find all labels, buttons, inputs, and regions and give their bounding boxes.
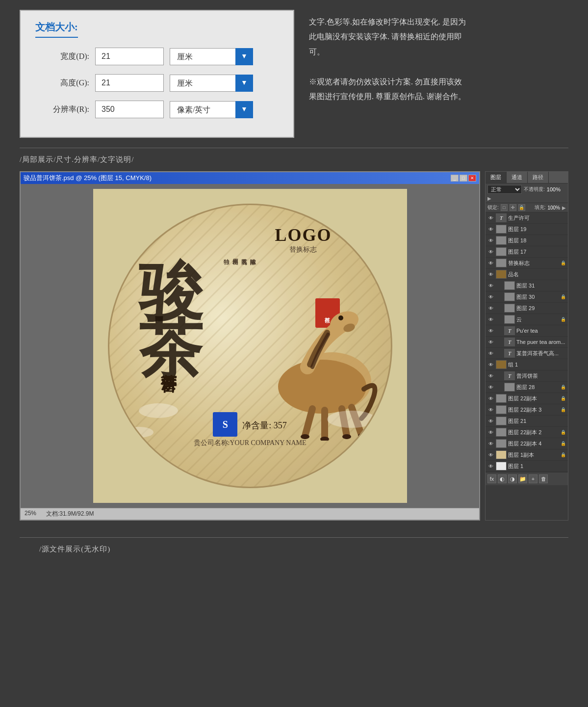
lock-icon: 🔒 [561, 430, 566, 435]
cloud-3 [327, 411, 376, 428]
add-mask-button[interactable]: ◐ [498, 474, 507, 483]
layer-item-28[interactable]: 👁 图层 28 🔒 [486, 382, 568, 393]
eye-icon[interactable]: 👁 [487, 316, 494, 323]
layer-thumb [496, 225, 507, 234]
company-name: 贵公司名称:YOUR COMPANY NAME [194, 439, 307, 447]
layer-item-18[interactable]: 👁 图层 18 [486, 235, 568, 246]
layer-item-group1[interactable]: 👁 组 1 [486, 359, 568, 370]
layer-item-pinming-folder[interactable]: 👁 品名 [486, 269, 568, 280]
eye-icon[interactable]: 👁 [487, 282, 494, 289]
width-input[interactable] [95, 48, 164, 65]
layer-item-22-copy4[interactable]: 👁 图层 22副本 4 🔒 [486, 438, 568, 449]
layer-thumb [496, 439, 507, 448]
layer-thumb: T [496, 213, 507, 222]
eye-icon[interactable]: 👁 [487, 248, 494, 255]
lock-icon: 🔒 [561, 294, 566, 299]
eye-icon[interactable]: 👁 [487, 226, 494, 233]
layer-item-puerbingcha[interactable]: 👁 T 普洱饼茶 [486, 370, 568, 382]
width-unit-select[interactable]: 厘米 像素 英寸 毫米 [170, 48, 253, 65]
layer-name: 某普洱茶香气高... [516, 350, 566, 357]
layer-name: 图层 22副本 2 [508, 429, 559, 436]
layer-name: 图层 28 [516, 384, 559, 391]
eye-icon[interactable]: 👁 [487, 293, 494, 300]
lock-all-icon[interactable]: 🔒 [518, 204, 525, 211]
add-style-button[interactable]: fx [487, 474, 496, 483]
ps-window: 骏品普洱饼茶.psd @ 25% (图层 15, CMYK/8) _ □ ✕ [20, 171, 480, 521]
eye-icon[interactable]: 👁 [487, 237, 494, 244]
layer-item-22-copy[interactable]: 👁 图层 22副本 🔒 [486, 393, 568, 404]
layer-thumb [496, 428, 507, 437]
eye-icon[interactable]: 👁 [487, 463, 494, 470]
layer-thumb [504, 315, 515, 324]
add-group-button[interactable]: 📁 [518, 474, 527, 483]
layer-item-22-copy2[interactable]: 👁 图层 22副本 2 🔒 [486, 427, 568, 438]
eye-icon[interactable]: 👁 [487, 429, 494, 436]
add-adjustment-button[interactable]: ◑ [508, 474, 517, 483]
layers-list: 👁 T 生产许可 👁 图层 19 👁 图层 18 👁 图层 17 👁 [486, 212, 568, 472]
resolution-unit-select[interactable]: 像素/英寸 像素/厘米 [170, 101, 253, 118]
layer-item-22-copy3[interactable]: 👁 图层 22副本 3 🔒 [486, 404, 568, 416]
layer-item-puer-tea[interactable]: 👁 T Pu'er tea [486, 325, 568, 337]
layer-item-tihuanbiaozhi[interactable]: 👁 替换标志 🔒 [486, 258, 568, 269]
ps-close-button[interactable]: ✕ [468, 175, 476, 182]
layer-item-31[interactable]: 👁 图层 31 [486, 280, 568, 291]
eye-icon[interactable]: 👁 [487, 214, 494, 221]
lock-transparent-icon[interactable]: □ [501, 204, 508, 211]
layer-name: 图层 29 [516, 305, 566, 312]
eye-icon[interactable]: 👁 [487, 451, 494, 458]
width-unit-wrapper[interactable]: 厘米 像素 英寸 毫米 [170, 48, 253, 65]
resolution-input[interactable] [95, 101, 164, 118]
layer-thumb [496, 259, 507, 267]
eye-icon[interactable]: 👁 [487, 271, 494, 278]
eye-icon[interactable]: 👁 [487, 418, 494, 424]
layer-item-shengchanxuke[interactable]: 👁 T 生产许可 [486, 212, 568, 224]
layer-item-1[interactable]: 👁 图层 1 [486, 461, 568, 472]
tab-channels[interactable]: 通道 [507, 172, 528, 183]
resolution-row: 分辨率(R): 像素/英寸 像素/厘米 [35, 101, 279, 118]
layer-name: 图层 31 [516, 282, 566, 289]
layer-item-21[interactable]: 👁 图层 21 [486, 416, 568, 427]
height-input[interactable] [95, 74, 164, 92]
eye-icon[interactable]: 👁 [487, 350, 494, 357]
layer-thumb [504, 383, 515, 392]
layer-name: 图层 18 [508, 237, 566, 244]
layer-item-17[interactable]: 👁 图层 17 [486, 246, 568, 258]
layer-thumb: T [504, 349, 515, 358]
eye-icon[interactable]: 👁 [487, 305, 494, 312]
ps-minimize-button[interactable]: _ [451, 175, 459, 182]
ps-maximize-button[interactable]: □ [460, 175, 467, 182]
tab-paths[interactable]: 路径 [528, 172, 549, 183]
resolution-unit-wrapper[interactable]: 像素/英寸 像素/厘米 [170, 101, 253, 118]
eye-icon[interactable]: 👁 [487, 327, 494, 334]
tab-layers[interactable]: 图层 [486, 172, 507, 183]
layer-name: Pu'er tea [516, 328, 566, 334]
svg-point-14 [358, 433, 367, 438]
layer-thumb [496, 236, 507, 245]
layer-item-yun[interactable]: 👁 云 🔒 [486, 314, 568, 325]
eye-icon[interactable]: 👁 [487, 372, 494, 379]
lock-position-icon[interactable]: ✢ [510, 204, 516, 211]
height-unit-wrapper[interactable]: 厘米 像素 英寸 毫米 [170, 75, 253, 92]
add-layer-button[interactable]: + [529, 474, 537, 483]
lock-label: 锁定: [487, 204, 499, 211]
ps-canvas-area: LOGO 替换标志 芭树茶 骏茶 普洱饼茶 [21, 184, 479, 508]
layer-item-puerchaoxiang[interactable]: 👁 T 某普洱茶香气高... [486, 348, 568, 359]
eye-icon[interactable]: 👁 [487, 339, 494, 345]
eye-icon[interactable]: 👁 [487, 440, 494, 447]
fill-arrow-icon: ▶ [562, 205, 566, 210]
blend-mode-select[interactable]: 正常 [487, 185, 522, 194]
layer-item-30[interactable]: 👁 图层 30 🔒 [486, 291, 568, 303]
eye-icon[interactable]: 👁 [487, 384, 494, 391]
eye-icon[interactable]: 👁 [487, 361, 494, 368]
delete-layer-button[interactable]: 🗑 [539, 474, 548, 483]
eye-icon[interactable]: 👁 [487, 406, 494, 413]
eye-icon[interactable]: 👁 [487, 395, 494, 402]
ps-window-area: 骏品普洱饼茶.psd @ 25% (图层 15, CMYK/8) _ □ ✕ [0, 171, 588, 530]
layer-item-puer-arom[interactable]: 👁 T The puer tea arom... [486, 337, 568, 348]
height-unit-select[interactable]: 厘米 像素 英寸 毫米 [170, 75, 253, 92]
layer-item-19[interactable]: 👁 图层 19 [486, 224, 568, 235]
layer-item-29[interactable]: 👁 图层 29 [486, 303, 568, 314]
ps-window-title: 骏品普洱饼茶.psd @ 25% (图层 15, CMYK/8) [24, 174, 152, 183]
eye-icon[interactable]: 👁 [487, 260, 494, 266]
layer-item-1-copy[interactable]: 👁 图层 1副本 🔒 [486, 449, 568, 461]
